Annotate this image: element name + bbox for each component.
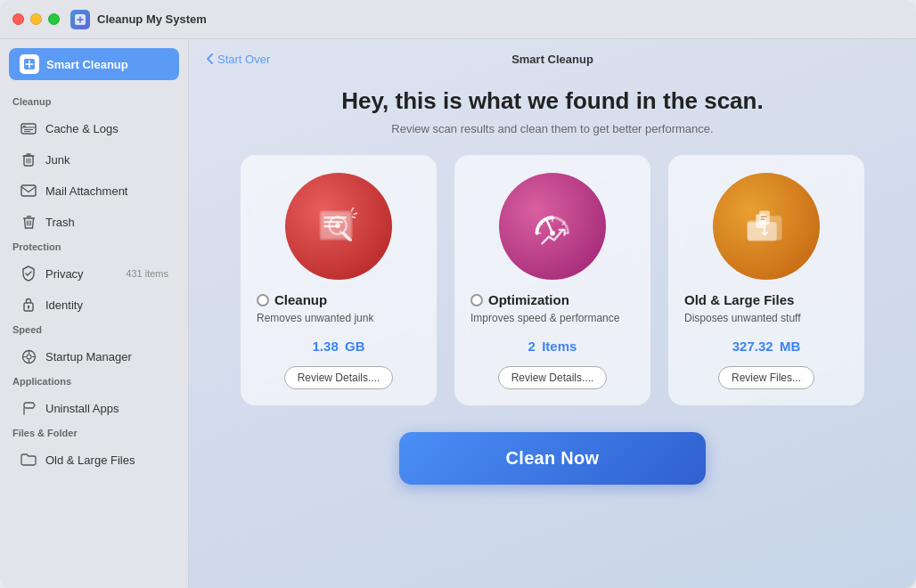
smart-cleanup-icon: [20, 54, 39, 74]
app-icon: [70, 10, 90, 29]
old-large-files-card-desc: Disposes unwanted stuff: [684, 312, 848, 324]
identity-icon: [20, 296, 37, 314]
main-layout: Smart Cleanup Cleanup Cache & Logs: [0, 39, 916, 588]
svg-point-13: [335, 223, 340, 228]
content-topbar: Start Over Smart Cleanup: [189, 39, 916, 78]
cleanup-radio[interactable]: [257, 294, 269, 306]
old-large-files-review-button[interactable]: Review Files...: [718, 366, 814, 389]
uninstall-apps-icon: [20, 399, 37, 417]
svg-point-14: [550, 231, 555, 236]
minimize-button[interactable]: [30, 13, 42, 25]
sidebar-junk-label: Junk: [45, 153, 168, 167]
title-bar: Cleanup My System: [0, 0, 916, 39]
cleanup-radio-row: Cleanup: [257, 292, 421, 307]
trash-icon: [20, 213, 37, 231]
old-large-files-icon: [20, 451, 37, 469]
page-subheadline: Review scan results and clean them to ge…: [391, 122, 713, 135]
sidebar-uninstall-apps-label: Uninstall Apps: [45, 402, 168, 415]
mail-attachment-icon: [20, 182, 37, 200]
sidebar-item-privacy[interactable]: Privacy 431 items: [7, 258, 181, 289]
clean-now-button[interactable]: Clean Now: [399, 432, 707, 485]
startup-manager-icon: [20, 347, 37, 365]
cleanup-card-value: 1.38 GB: [313, 330, 365, 357]
content-area: Start Over Smart Cleanup Hey, this is wh…: [189, 39, 916, 588]
cards-row: Cleanup Removes unwanted junk 1.38 GB Re…: [216, 155, 889, 405]
junk-icon: [20, 151, 37, 168]
optimization-card-desc: Improves speed & performance: [470, 312, 634, 324]
sidebar-item-startup-manager[interactable]: Startup Manager: [7, 341, 181, 372]
cache-logs-icon: [20, 119, 37, 137]
sidebar: Smart Cleanup Cleanup Cache & Logs: [0, 39, 189, 588]
sidebar-item-uninstall-apps[interactable]: Uninstall Apps: [7, 393, 181, 423]
svg-rect-2: [21, 124, 36, 134]
sidebar-mail-attachment-label: Mail Attachment: [45, 184, 168, 198]
optimization-card-icon: [499, 173, 606, 280]
sidebar-trash-label: Trash: [45, 216, 168, 229]
traffic-lights: [12, 13, 60, 25]
cleanup-review-button[interactable]: Review Details....: [284, 366, 394, 389]
cleanup-card-desc: Removes unwanted junk: [257, 312, 421, 324]
maximize-button[interactable]: [48, 13, 60, 25]
sidebar-old-large-files-label: Old & Large Files: [45, 453, 168, 467]
old-large-files-card-value: 327.32 MB: [732, 330, 800, 357]
sidebar-section-applications: Applications: [0, 372, 188, 392]
svg-rect-5: [21, 185, 36, 196]
sidebar-item-old-large-files[interactable]: Old & Large Files: [7, 445, 181, 475]
optimization-card-value: 2 Items: [528, 330, 577, 357]
sidebar-cache-logs-label: Cache & Logs: [45, 122, 168, 135]
sidebar-item-junk[interactable]: Junk: [7, 144, 181, 175]
optimization-card-title: Optimization: [488, 292, 569, 307]
svg-rect-16: [759, 211, 770, 225]
old-large-files-card-icon: [713, 173, 820, 280]
svg-point-9: [27, 355, 31, 359]
sidebar-item-trash[interactable]: Trash: [7, 207, 181, 237]
app-window: Cleanup My System Smart Cleanup Cleanup: [0, 0, 916, 588]
back-button[interactable]: Start Over: [207, 53, 270, 66]
sidebar-section-speed: Speed: [0, 321, 188, 340]
sidebar-item-cache-logs[interactable]: Cache & Logs: [7, 113, 181, 143]
content-body: Hey, this is what we found in the scan. …: [189, 78, 916, 588]
old-large-files-card: Old & Large Files Disposes unwanted stuf…: [668, 155, 864, 405]
optimization-review-button[interactable]: Review Details....: [498, 366, 608, 389]
optimization-radio[interactable]: [470, 294, 483, 306]
cleanup-card: Cleanup Removes unwanted junk 1.38 GB Re…: [241, 155, 437, 405]
optimization-card: Optimization Improves speed & performanc…: [454, 155, 650, 405]
old-large-files-radio-row: Old & Large Files: [684, 292, 848, 307]
back-button-label: Start Over: [217, 53, 270, 66]
app-title: Cleanup My System: [97, 12, 207, 26]
sidebar-section-protection: Protection: [0, 238, 188, 257]
sidebar-startup-manager-label: Startup Manager: [45, 350, 168, 363]
sidebar-section-cleanup: Cleanup: [0, 93, 188, 112]
optimization-radio-row: Optimization: [470, 292, 634, 307]
svg-rect-3: [23, 126, 26, 127]
privacy-icon: [20, 265, 37, 282]
page-headline: Hey, this is what we found in the scan.: [341, 87, 763, 115]
cleanup-card-icon: [285, 173, 392, 280]
sidebar-item-smart-cleanup[interactable]: Smart Cleanup: [9, 48, 179, 80]
topbar-center-title: Smart Cleanup: [511, 53, 593, 66]
cleanup-card-title: Cleanup: [274, 292, 327, 307]
sidebar-item-identity[interactable]: Identity: [7, 290, 181, 320]
sidebar-item-mail-attachment[interactable]: Mail Attachment: [7, 176, 181, 206]
sidebar-identity-label: Identity: [45, 298, 168, 312]
sidebar-section-files-folder: Files & Folder: [0, 424, 188, 444]
sidebar-privacy-label: Privacy: [45, 267, 118, 281]
sidebar-privacy-badge: 431 items: [126, 268, 168, 279]
old-large-files-card-title: Old & Large Files: [684, 292, 794, 307]
close-button[interactable]: [12, 13, 24, 25]
sidebar-smart-cleanup-label: Smart Cleanup: [46, 58, 128, 71]
